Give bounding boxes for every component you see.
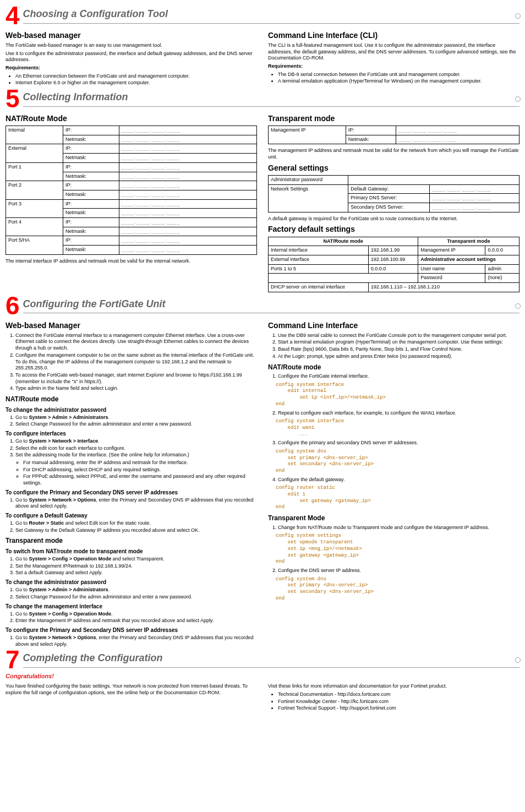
s5-left-h: NAT/Route Mode (6, 113, 257, 123)
fac-r3b: 0.0.0.0 (368, 264, 418, 274)
nat-route-table: InternalIP:____.____.____.____ Netmask:_… (6, 126, 257, 255)
s7-link-0: Technical Documentation - http://docs.fo… (278, 691, 519, 698)
blank-field[interactable]: ____.____.____.____ (119, 236, 256, 246)
s5-tr-h: Transparent mode (268, 113, 519, 123)
blank-field[interactable]: ____.____.____.____ (119, 209, 256, 218)
s6l-nat-h: NAT/Route mode (6, 395, 257, 404)
s6r-code4: config router static edit 1 set gateway … (276, 485, 519, 511)
congrats: Congratulations! (6, 672, 519, 680)
s4-right-h: Command Line Interface (CLI) (268, 30, 519, 40)
mg-ip-label: Management IP (269, 126, 346, 144)
s4-left-req-1: Internet Explorer 6.0 or higher on the m… (15, 80, 257, 86)
section-6-number: 6 (6, 296, 20, 316)
row-port5ha-ip: IP: (63, 236, 119, 246)
net-set-label: Network Settings (269, 184, 348, 212)
blank-field[interactable]: ____.____.____.____ (119, 144, 256, 154)
blank-field[interactable]: ____.____.____.____ (119, 162, 256, 172)
blank-field[interactable]: ____.____.____.____ (119, 246, 256, 255)
s6r-tcode1: config system settings set opmode transp… (276, 533, 519, 565)
s6l-ci-2: Select the edit icon for each interface … (15, 445, 257, 452)
s6r-code1: config system interface edit internal se… (276, 382, 519, 408)
s6l-sw-h: To switch from NAT/route mode to transpa… (6, 548, 257, 555)
s6l-intro-3: Type admin in the Name field and select … (15, 385, 257, 392)
blank-field[interactable]: ____.____.____.____ (119, 181, 256, 190)
fac-r4d: (none) (485, 274, 519, 283)
row-port1-ip: IP: (63, 162, 119, 172)
s6l-ci-3-2: For PPPoE addressing, select PPPoE, and … (23, 473, 257, 486)
s6r-tstep2: Configure the DNS server IP address. (278, 568, 519, 574)
section-7-title: Completing the Configuration (23, 652, 519, 667)
s6l-tr-h: Transparent mode (6, 537, 257, 546)
blank-field[interactable]: ____.____.____.____ (430, 194, 519, 203)
blank-field[interactable]: ____.____.____.____ (119, 154, 256, 163)
row-port2: Port 2 (6, 181, 63, 199)
s5-fac-h: Factory default settings (268, 224, 519, 234)
s6r-step1: Configure the FortiGate internal interfa… (278, 373, 519, 380)
blank-field[interactable]: ____.____.____.____ (430, 203, 519, 212)
s6l-ci-3: Set the addressing mode for the interfac… (15, 452, 257, 486)
s6l-sw-3: Set a default Gateway and select Apply. (15, 570, 257, 576)
s6r-step2: Repeat to configure each interface, for … (278, 410, 519, 417)
s6l-chpw-2: Select Change Password for the admin adm… (15, 421, 257, 428)
blank-field[interactable] (348, 176, 519, 185)
section-7-header: 7 Completing the Configuration (6, 650, 519, 670)
s6r-step4: Configure the default gateway. (278, 477, 519, 483)
s5-left-note: The internal interface IP address and ne… (6, 258, 257, 265)
section-5-title: Collecting Information (23, 91, 519, 106)
blank-field[interactable]: ____.____.____.____ (119, 172, 256, 181)
s4-right-req-1: A terminal emulation application (HyperT… (278, 78, 519, 85)
blank-field[interactable]: ____.____.____.____ (396, 135, 519, 144)
s5-tr-note: The management IP address and netmask mu… (268, 148, 519, 160)
s6l-ci-1: Go to System > Network > Interface. (15, 438, 257, 445)
s6r-intro-2: Baud Rate (bps) 9600, Data bits 8, Parit… (278, 346, 519, 353)
s6r-code3: config system dns set primary <dns-serve… (276, 449, 519, 475)
blank-field[interactable]: ____.____.____.____ (119, 227, 256, 236)
row-internal-ip: IP: (63, 126, 119, 135)
fac-r5a: DHCP server on Internal interface (269, 283, 369, 292)
fac-r1a: Internal interface (269, 246, 369, 255)
s6l-dns-h: To configure the Primary and Secondary D… (6, 489, 257, 496)
row-port2-ip: IP: (63, 181, 119, 190)
s6l-mi-2: Enter the Management IP address and netm… (15, 618, 257, 624)
s6r-tstep1: Change from NAT/Route mode to Transparen… (278, 525, 519, 531)
admin-pw-label: Administrator password (269, 176, 348, 185)
blank-field[interactable]: ____.____.____.____ (119, 135, 256, 144)
s6l-intro-0: Connect the FortiGate internal interface… (15, 333, 257, 352)
s6l-gw-h: To configure a Default Gateway (6, 512, 257, 519)
row-external-ip: IP: (63, 144, 119, 154)
s6l-gw-2: Set Gateway to the Default Gateway IP ad… (15, 527, 257, 534)
blank-field[interactable]: ____.____.____.____ (119, 217, 256, 227)
s6l-dns2-1: Go to System > Network > Options, enter … (15, 635, 257, 647)
blank-field[interactable]: ____.____.____.____ (119, 190, 256, 199)
s6r-code2: config system interface edit wan1 ... (276, 418, 519, 438)
s6l-intro-2: To access the FortiGate web-based manage… (15, 372, 257, 385)
s6l-sw-1: Go to System > Config > Operation Mode a… (15, 556, 257, 563)
row-port1-nm: Netmask: (63, 172, 119, 181)
row-port5ha: Port 5/HA (6, 236, 63, 254)
blank-field[interactable]: ____.____.____.____ (430, 184, 519, 194)
blank-field[interactable]: ____.____.____.____ (396, 126, 519, 135)
pdns-label: Primary DNS Server: (348, 194, 430, 203)
row-port4-nm: Netmask: (63, 227, 119, 236)
blank-field[interactable]: ____.____.____.____ (119, 199, 256, 209)
blank-field[interactable]: ____.____.____.____ (119, 126, 256, 135)
transparent-table: Management IPIP:____.____.____.____ Netm… (268, 126, 519, 144)
fac-r2a: External interface (269, 255, 369, 265)
mg-ip: IP: (346, 126, 396, 135)
fac-r3d: admin (485, 264, 519, 274)
general-settings-table: Administrator password Network SettingsD… (268, 175, 519, 212)
s5-gen-note: A default gateway is required for the Fo… (268, 216, 519, 222)
s7-left: You have finished configuring the basic … (6, 683, 257, 696)
s6r-intro-1: Start a terminal emulation program (Hype… (278, 339, 519, 346)
s4-left-req-h: Requirements: (6, 65, 257, 72)
row-port4-ip: IP: (63, 217, 119, 227)
s6l-dns2-h: To configure the Primary and Secondary D… (6, 626, 257, 634)
row-port2-nm: Netmask: (63, 190, 119, 199)
section-6-title: Configuring the FortiGate Unit (23, 298, 519, 313)
row-port5ha-nm: Netmask: (63, 246, 119, 255)
s6l-ci-3-0: For manual addressing, enter the IP addr… (23, 460, 257, 466)
s6l-ci-h: To configure interfaces (6, 430, 257, 437)
s6-left-h: Web-based Manager (6, 320, 257, 330)
s6l-gw-1: Go to Router > Static and select Edit ic… (15, 520, 257, 527)
s4-right-p1: The CLI is a full-featured management to… (268, 42, 519, 62)
